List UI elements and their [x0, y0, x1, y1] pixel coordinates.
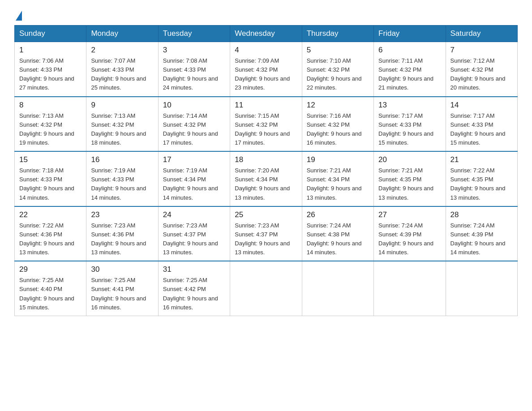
day-info: Sunrise: 7:17 AM Sunset: 4:33 PM Dayligh…: [450, 111, 513, 148]
day-info: Sunrise: 7:16 AM Sunset: 4:32 PM Dayligh…: [307, 111, 369, 148]
calendar-week-row: 22 Sunrise: 7:22 AM Sunset: 4:36 PM Dayl…: [15, 206, 518, 261]
day-info: Sunrise: 7:08 AM Sunset: 4:33 PM Dayligh…: [163, 56, 225, 93]
calendar-day-cell: 20 Sunrise: 7:21 AM Sunset: 4:35 PM Dayl…: [374, 151, 446, 206]
day-info: Sunrise: 7:24 AM Sunset: 4:39 PM Dayligh…: [450, 221, 513, 257]
calendar-day-cell: 5 Sunrise: 7:10 AM Sunset: 4:32 PM Dayli…: [302, 42, 373, 97]
calendar-day-cell: 11 Sunrise: 7:15 AM Sunset: 4:32 PM Dayl…: [230, 97, 302, 152]
day-info: Sunrise: 7:25 AM Sunset: 4:41 PM Dayligh…: [91, 276, 153, 312]
calendar-day-cell: 10 Sunrise: 7:14 AM Sunset: 4:32 PM Dayl…: [158, 97, 230, 152]
calendar-day-cell: 14 Sunrise: 7:17 AM Sunset: 4:33 PM Dayl…: [446, 97, 517, 152]
calendar-day-cell: 17 Sunrise: 7:19 AM Sunset: 4:34 PM Dayl…: [158, 151, 230, 206]
weekday-header-wednesday: Wednesday: [230, 26, 302, 42]
calendar-day-cell: 31 Sunrise: 7:25 AM Sunset: 4:42 PM Dayl…: [158, 261, 230, 316]
day-info: Sunrise: 7:21 AM Sunset: 4:35 PM Dayligh…: [378, 166, 441, 202]
calendar-day-cell: 28 Sunrise: 7:24 AM Sunset: 4:39 PM Dayl…: [446, 206, 517, 261]
day-info: Sunrise: 7:19 AM Sunset: 4:33 PM Dayligh…: [91, 166, 153, 202]
page-header: [14, 11, 518, 21]
day-number: 29: [19, 265, 82, 274]
calendar-day-cell: 24 Sunrise: 7:23 AM Sunset: 4:37 PM Dayl…: [158, 206, 230, 261]
day-info: Sunrise: 7:13 AM Sunset: 4:32 PM Dayligh…: [91, 111, 153, 148]
day-info: Sunrise: 7:23 AM Sunset: 4:37 PM Dayligh…: [235, 221, 297, 257]
calendar-day-cell: [302, 261, 373, 316]
day-info: Sunrise: 7:20 AM Sunset: 4:34 PM Dayligh…: [235, 166, 297, 202]
day-number: 2: [91, 46, 153, 55]
day-info: Sunrise: 7:13 AM Sunset: 4:32 PM Dayligh…: [19, 111, 82, 148]
day-number: 25: [235, 210, 297, 219]
calendar-table: SundayMondayTuesdayWednesdayThursdayFrid…: [14, 25, 518, 316]
day-number: 9: [91, 101, 153, 110]
calendar-day-cell: 23 Sunrise: 7:23 AM Sunset: 4:36 PM Dayl…: [86, 206, 158, 261]
day-number: 18: [235, 155, 297, 164]
calendar-day-cell: 19 Sunrise: 7:21 AM Sunset: 4:34 PM Dayl…: [302, 151, 373, 206]
day-info: Sunrise: 7:09 AM Sunset: 4:32 PM Dayligh…: [235, 56, 297, 93]
calendar-day-cell: 4 Sunrise: 7:09 AM Sunset: 4:32 PM Dayli…: [230, 42, 302, 97]
day-number: 13: [378, 101, 441, 110]
day-number: 30: [91, 265, 153, 274]
day-info: Sunrise: 7:24 AM Sunset: 4:39 PM Dayligh…: [378, 221, 441, 257]
day-number: 5: [307, 46, 369, 55]
day-number: 27: [378, 210, 441, 219]
day-number: 23: [91, 210, 153, 219]
weekday-header-sunday: Sunday: [15, 26, 86, 42]
day-info: Sunrise: 7:23 AM Sunset: 4:37 PM Dayligh…: [163, 221, 225, 257]
calendar-week-row: 29 Sunrise: 7:25 AM Sunset: 4:40 PM Dayl…: [15, 261, 518, 316]
day-number: 3: [163, 46, 225, 55]
day-number: 7: [450, 46, 513, 55]
day-number: 17: [163, 155, 225, 164]
calendar-day-cell: 25 Sunrise: 7:23 AM Sunset: 4:37 PM Dayl…: [230, 206, 302, 261]
weekday-header-saturday: Saturday: [446, 26, 517, 42]
day-number: 19: [307, 155, 369, 164]
calendar-day-cell: 3 Sunrise: 7:08 AM Sunset: 4:33 PM Dayli…: [158, 42, 230, 97]
calendar-day-cell: 16 Sunrise: 7:19 AM Sunset: 4:33 PM Dayl…: [86, 151, 158, 206]
calendar-week-row: 8 Sunrise: 7:13 AM Sunset: 4:32 PM Dayli…: [15, 97, 518, 152]
day-info: Sunrise: 7:07 AM Sunset: 4:33 PM Dayligh…: [91, 56, 153, 93]
day-number: 22: [19, 210, 82, 219]
day-number: 10: [163, 101, 225, 110]
calendar-day-cell: 22 Sunrise: 7:22 AM Sunset: 4:36 PM Dayl…: [15, 206, 86, 261]
calendar-day-cell: 26 Sunrise: 7:24 AM Sunset: 4:38 PM Dayl…: [302, 206, 373, 261]
weekday-header-row: SundayMondayTuesdayWednesdayThursdayFrid…: [15, 26, 518, 42]
logo: [14, 11, 22, 21]
calendar-day-cell: 6 Sunrise: 7:11 AM Sunset: 4:32 PM Dayli…: [374, 42, 446, 97]
day-number: 24: [163, 210, 225, 219]
day-number: 16: [91, 155, 153, 164]
calendar-week-row: 15 Sunrise: 7:18 AM Sunset: 4:33 PM Dayl…: [15, 151, 518, 206]
day-info: Sunrise: 7:15 AM Sunset: 4:32 PM Dayligh…: [235, 111, 297, 148]
day-number: 15: [19, 155, 82, 164]
day-info: Sunrise: 7:21 AM Sunset: 4:34 PM Dayligh…: [307, 166, 369, 202]
calendar-day-cell: [374, 261, 446, 316]
weekday-header-monday: Monday: [86, 26, 158, 42]
day-number: 1: [19, 46, 82, 55]
day-info: Sunrise: 7:22 AM Sunset: 4:35 PM Dayligh…: [450, 166, 513, 202]
day-info: Sunrise: 7:10 AM Sunset: 4:32 PM Dayligh…: [307, 56, 369, 93]
logo-triangle-icon: [16, 11, 22, 21]
day-number: 12: [307, 101, 369, 110]
day-number: 21: [450, 155, 513, 164]
calendar-day-cell: 27 Sunrise: 7:24 AM Sunset: 4:39 PM Dayl…: [374, 206, 446, 261]
day-info: Sunrise: 7:12 AM Sunset: 4:32 PM Dayligh…: [450, 56, 513, 93]
weekday-header-thursday: Thursday: [302, 26, 373, 42]
calendar-day-cell: 29 Sunrise: 7:25 AM Sunset: 4:40 PM Dayl…: [15, 261, 86, 316]
weekday-header-tuesday: Tuesday: [158, 26, 230, 42]
calendar-day-cell: 12 Sunrise: 7:16 AM Sunset: 4:32 PM Dayl…: [302, 97, 373, 152]
calendar-day-cell: 18 Sunrise: 7:20 AM Sunset: 4:34 PM Dayl…: [230, 151, 302, 206]
day-info: Sunrise: 7:11 AM Sunset: 4:32 PM Dayligh…: [378, 56, 441, 93]
day-number: 20: [378, 155, 441, 164]
day-info: Sunrise: 7:22 AM Sunset: 4:36 PM Dayligh…: [19, 221, 82, 257]
day-number: 6: [378, 46, 441, 55]
day-info: Sunrise: 7:17 AM Sunset: 4:33 PM Dayligh…: [378, 111, 441, 148]
calendar-day-cell: 30 Sunrise: 7:25 AM Sunset: 4:41 PM Dayl…: [86, 261, 158, 316]
calendar-day-cell: [230, 261, 302, 316]
calendar-day-cell: 8 Sunrise: 7:13 AM Sunset: 4:32 PM Dayli…: [15, 97, 86, 152]
day-info: Sunrise: 7:19 AM Sunset: 4:34 PM Dayligh…: [163, 166, 225, 202]
day-info: Sunrise: 7:25 AM Sunset: 4:42 PM Dayligh…: [163, 276, 225, 312]
day-number: 31: [163, 265, 225, 274]
day-number: 14: [450, 101, 513, 110]
calendar-day-cell: 13 Sunrise: 7:17 AM Sunset: 4:33 PM Dayl…: [374, 97, 446, 152]
calendar-day-cell: 15 Sunrise: 7:18 AM Sunset: 4:33 PM Dayl…: [15, 151, 86, 206]
calendar-day-cell: 1 Sunrise: 7:06 AM Sunset: 4:33 PM Dayli…: [15, 42, 86, 97]
day-info: Sunrise: 7:14 AM Sunset: 4:32 PM Dayligh…: [163, 111, 225, 148]
day-info: Sunrise: 7:06 AM Sunset: 4:33 PM Dayligh…: [19, 56, 82, 93]
weekday-header-friday: Friday: [374, 26, 446, 42]
day-number: 26: [307, 210, 369, 219]
